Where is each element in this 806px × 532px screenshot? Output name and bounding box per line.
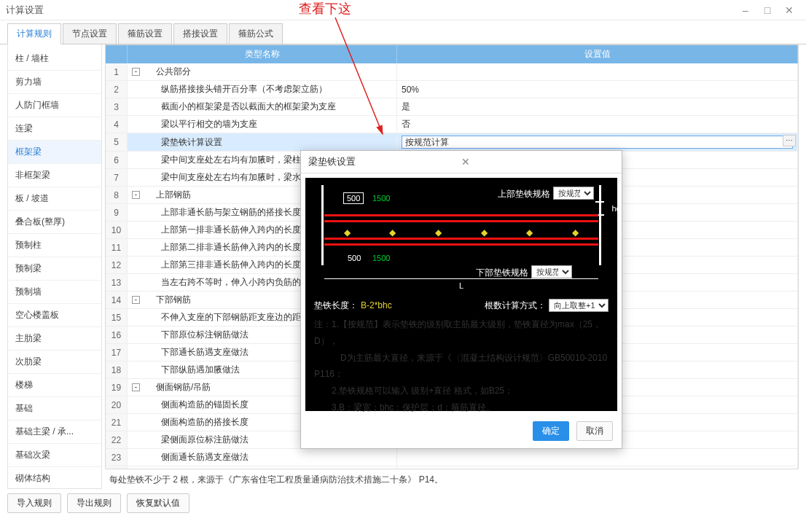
spec-bot-select[interactable]: 按规范 bbox=[531, 265, 572, 278]
col-header-name: 类型名称 bbox=[128, 45, 397, 63]
dialog-title: 梁垫铁设置 bbox=[308, 155, 461, 168]
tree-toggle-icon[interactable]: - bbox=[132, 296, 140, 304]
sidebar-item-10[interactable]: 预制墙 bbox=[8, 281, 101, 304]
dim-top-white: 500 bbox=[343, 192, 364, 204]
count-method-select[interactable]: 向上取整+1 bbox=[549, 299, 609, 312]
row-name: 侧面通长筋遇支座做法 bbox=[128, 449, 397, 466]
row-number: 5 bbox=[106, 133, 128, 151]
beam-diagram: hc ◆◆◆◆◆◆ 500 1500 500 1500 上部垫铁规格 按规范 下… bbox=[314, 185, 609, 294]
row-value[interactable] bbox=[397, 63, 798, 80]
dialog-close-button[interactable]: ✕ bbox=[461, 156, 614, 168]
table-row[interactable]: 4梁以平行相交的墙为支座否 bbox=[106, 116, 798, 133]
spec-top-select[interactable]: 按规范 bbox=[553, 187, 594, 200]
tab-4[interactable]: 箍筋公式 bbox=[229, 23, 283, 44]
titlebar: 计算设置 – □ ✕ bbox=[0, 0, 806, 20]
pad-iron-dialog: 梁垫铁设置 ✕ hc ◆◆◆◆◆◆ 500 1500 500 1500 上部垫铁… bbox=[300, 150, 622, 449]
dialog-titlebar: 梁垫铁设置 ✕ bbox=[301, 151, 622, 173]
sidebar-item-9[interactable]: 预制梁 bbox=[8, 257, 101, 281]
sidebar-item-2[interactable]: 人防门框墙 bbox=[8, 94, 101, 117]
row-name: 截面小的框架梁是否以截面大的框架梁为支座 bbox=[128, 98, 397, 115]
tree-toggle-icon[interactable]: - bbox=[132, 68, 140, 76]
sidebar-item-12[interactable]: 主肋梁 bbox=[8, 327, 101, 351]
row-value[interactable]: 50% bbox=[397, 81, 798, 98]
export-rules-button[interactable]: 导出规则 bbox=[67, 493, 121, 513]
sidebar-item-16[interactable]: 基础主梁 / 承... bbox=[8, 420, 101, 444]
length-formula: B-2*bhc bbox=[361, 300, 392, 310]
window-title: 计算设置 bbox=[6, 4, 735, 17]
sidebar-item-15[interactable]: 基础 bbox=[8, 397, 101, 420]
table-row[interactable]: 5梁垫铁计算设置⋯ bbox=[106, 133, 798, 152]
table-row[interactable]: 2纵筋搭接接头错开百分率（不考虑架立筋）50% bbox=[106, 81, 798, 98]
L-label: L bbox=[459, 281, 463, 290]
dim-bot-green: 1500 bbox=[372, 254, 390, 262]
sidebar-item-11[interactable]: 空心楼盖板 bbox=[8, 304, 101, 327]
row-number: 14 bbox=[106, 292, 128, 308]
sidebar-item-17[interactable]: 基础次梁 bbox=[8, 444, 101, 467]
table-row[interactable]: 23侧面通长筋遇支座做法 bbox=[106, 449, 798, 466]
sidebar-item-4[interactable]: 框架梁 bbox=[8, 141, 101, 164]
row-number: 11 bbox=[106, 239, 128, 256]
sidebar-item-1[interactable]: 剪力墙 bbox=[8, 71, 101, 94]
sidebar-item-0[interactable]: 柱 / 墙柱 bbox=[8, 47, 101, 71]
tab-1[interactable]: 节点设置 bbox=[63, 23, 117, 44]
reset-defaults-button[interactable]: 恢复默认值 bbox=[127, 493, 189, 513]
hc-label: hc bbox=[611, 204, 620, 213]
maximize-button[interactable]: □ bbox=[756, 4, 778, 16]
count-label: 根数计算方式： bbox=[485, 300, 546, 312]
tab-3[interactable]: 搭接设置 bbox=[173, 23, 227, 44]
close-button[interactable]: ✕ bbox=[778, 4, 800, 16]
length-label: 垫铁长度： bbox=[314, 300, 358, 312]
tree-toggle-icon[interactable]: - bbox=[132, 383, 140, 391]
col-header-num bbox=[106, 45, 128, 63]
row-number: 7 bbox=[106, 169, 128, 186]
row-value[interactable] bbox=[397, 449, 798, 466]
value-ellipsis-button[interactable]: ⋯ bbox=[783, 135, 796, 146]
row-name: 纵筋搭接接头错开百分率（不考虑架立筋） bbox=[128, 81, 397, 98]
dim-top-green: 1500 bbox=[372, 194, 390, 203]
value-input[interactable] bbox=[402, 136, 793, 149]
minimize-button[interactable]: – bbox=[735, 4, 756, 16]
row-number: 1 bbox=[106, 63, 128, 80]
row-value[interactable]: 否 bbox=[397, 116, 798, 133]
sidebar-item-18[interactable]: 砌体结构 bbox=[8, 467, 101, 489]
table-row[interactable]: 1-公共部分 bbox=[106, 63, 798, 81]
tree-toggle-icon[interactable]: - bbox=[132, 191, 140, 199]
row-number: 6 bbox=[106, 152, 128, 168]
grid-header: 类型名称 设置值 bbox=[106, 45, 798, 63]
row-number: 15 bbox=[106, 309, 128, 326]
row-number: 13 bbox=[106, 274, 128, 291]
table-row[interactable]: 3截面小的框架梁是否以截面大的框架梁为支座是 bbox=[106, 98, 798, 116]
row-name: 梁以平行相交的墙为支座 bbox=[128, 116, 397, 133]
sidebar-item-6[interactable]: 板 / 坡道 bbox=[8, 187, 101, 211]
category-sidebar: 柱 / 墙柱剪力墙人防门框墙连梁框架梁非框架梁板 / 坡道叠合板(整厚)预制柱预… bbox=[7, 44, 102, 489]
col-header-val: 设置值 bbox=[397, 45, 798, 63]
spec-bot-label: 下部垫铁规格 bbox=[476, 267, 528, 279]
sidebar-item-13[interactable]: 次肋梁 bbox=[8, 351, 101, 374]
row-name: -公共部分 bbox=[128, 63, 397, 80]
sidebar-item-8[interactable]: 预制柱 bbox=[8, 234, 101, 257]
footer-note: 每处垫铁不少于 2 根，来源于《广东省住宅工程质量通病防治技术措施二十条》 P1… bbox=[102, 469, 806, 489]
row-number: 8 bbox=[106, 187, 128, 203]
dialog-ok-button[interactable]: 确定 bbox=[533, 421, 569, 441]
row-number: 19 bbox=[106, 379, 128, 396]
row-value[interactable]: ⋯ bbox=[397, 133, 798, 151]
sidebar-item-5[interactable]: 非框架梁 bbox=[8, 164, 101, 187]
row-number: 12 bbox=[106, 257, 128, 273]
dialog-notes: 注：1.【按规范】表示垫铁的级别取主筋最大级别，垫铁直径为max（25，D）， … bbox=[314, 316, 609, 416]
row-number: 21 bbox=[106, 414, 128, 431]
row-number: 9 bbox=[106, 204, 128, 221]
row-number: 3 bbox=[106, 98, 128, 115]
row-number: 16 bbox=[106, 326, 128, 343]
row-number: 18 bbox=[106, 361, 128, 378]
import-rules-button[interactable]: 导入规则 bbox=[7, 493, 61, 513]
tab-0[interactable]: 计算规则 bbox=[7, 23, 61, 44]
sidebar-item-7[interactable]: 叠合板(整厚) bbox=[8, 211, 101, 234]
row-number: 4 bbox=[106, 116, 128, 133]
row-value[interactable]: 是 bbox=[397, 98, 798, 115]
tab-2[interactable]: 箍筋设置 bbox=[118, 23, 172, 44]
row-number: 17 bbox=[106, 344, 128, 361]
dialog-cancel-button[interactable]: 取消 bbox=[576, 421, 613, 441]
sidebar-item-14[interactable]: 楼梯 bbox=[8, 374, 101, 397]
sidebar-item-3[interactable]: 连梁 bbox=[8, 117, 101, 141]
bottom-button-bar: 导入规则 导出规则 恢复默认值 bbox=[0, 489, 806, 517]
